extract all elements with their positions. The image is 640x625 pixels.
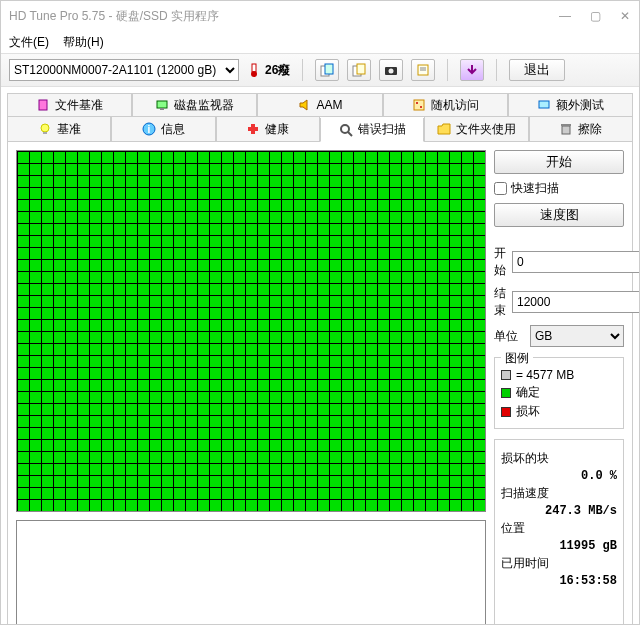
green-swatch xyxy=(501,388,511,398)
stat-elapsed-label: 已用时间 xyxy=(501,555,617,572)
temperature-value: 26癈 xyxy=(265,62,290,79)
svg-point-18 xyxy=(41,124,49,132)
tab-panel-error-scan: 开始 快速扫描 速度图 开始 ▲▼ 结束 ▲▼ 单位 GB xyxy=(7,142,633,625)
svg-point-7 xyxy=(389,69,394,74)
unit-row: 单位 GB xyxy=(494,325,624,347)
svg-point-15 xyxy=(416,102,418,104)
speaker-icon xyxy=(298,98,312,112)
bulb-icon xyxy=(38,122,52,136)
svg-point-24 xyxy=(341,125,349,133)
speed-map-button[interactable]: 速度图 xyxy=(494,203,624,227)
extra-icon xyxy=(537,98,551,112)
tab-label: 额外测试 xyxy=(556,97,604,114)
svg-point-1 xyxy=(251,71,257,77)
tab-benchmark[interactable]: 基准 xyxy=(7,117,111,141)
quick-scan-checkbox[interactable] xyxy=(494,182,507,195)
start-button[interactable]: 开始 xyxy=(494,150,624,174)
titlebar: HD Tune Pro 5.75 - 硬盘/SSD 实用程序 — ▢ ✕ xyxy=(1,1,639,31)
legend-group: 图例 = 4577 MB 确定 损坏 xyxy=(494,357,624,429)
magnifier-icon xyxy=(339,123,353,137)
svg-rect-14 xyxy=(414,100,424,110)
tab-error-scan[interactable]: 错误扫描 xyxy=(320,118,424,142)
tab-label: 错误扫描 xyxy=(358,121,406,138)
stat-speed-label: 扫描速度 xyxy=(501,485,617,502)
unit-select[interactable]: GB xyxy=(530,325,624,347)
maximize-button[interactable]: ▢ xyxy=(589,9,601,23)
end-label: 结束 xyxy=(494,285,506,319)
toolbar: ST12000NM0007-2A1101 (12000 gB) 26癈 退出 xyxy=(1,53,639,87)
stat-position-value: 11995 gB xyxy=(501,539,617,553)
tab-file-benchmark[interactable]: 文件基准 xyxy=(7,93,132,117)
health-icon xyxy=(246,122,260,136)
tab-label: 文件夹使用 xyxy=(456,121,516,138)
window-title: HD Tune Pro 5.75 - 硬盘/SSD 实用程序 xyxy=(9,8,219,25)
legend-title: 图例 xyxy=(501,350,533,367)
tab-label: 擦除 xyxy=(578,121,602,138)
trash-icon xyxy=(559,122,573,136)
menu-help[interactable]: 帮助(H) xyxy=(63,34,104,51)
svg-point-16 xyxy=(420,106,422,108)
legend-block-size-text: = 4577 MB xyxy=(516,368,574,382)
stat-speed-value: 247.3 MB/s xyxy=(501,504,617,518)
quick-scan-row: 快速扫描 xyxy=(494,180,624,197)
device-select[interactable]: ST12000NM0007-2A1101 (12000 gB) xyxy=(9,59,239,81)
tab-label: 随机访问 xyxy=(431,97,479,114)
tab-label: 文件基准 xyxy=(55,97,103,114)
copy-info-button[interactable] xyxy=(315,59,339,81)
tab-folder-usage[interactable]: 文件夹使用 xyxy=(424,117,528,141)
tab-aam[interactable]: AAM xyxy=(257,93,382,117)
separator xyxy=(302,59,303,81)
tab-erase[interactable]: 擦除 xyxy=(529,117,633,141)
gray-swatch xyxy=(501,370,511,380)
stat-elapsed-value: 16:53:58 xyxy=(501,574,617,588)
tab-row-2: 基准 i 信息 健康 错误扫描 文件夹使用 擦除 xyxy=(7,117,633,142)
log-textarea[interactable] xyxy=(16,520,486,625)
tab-health[interactable]: 健康 xyxy=(216,117,320,141)
legend-damaged: 损坏 xyxy=(501,403,617,420)
legend-ok-text: 确定 xyxy=(516,384,540,401)
stat-damaged-label: 损坏的块 xyxy=(501,450,617,467)
tab-label: 健康 xyxy=(265,121,289,138)
legend-block-size: = 4577 MB xyxy=(501,368,617,382)
random-icon xyxy=(412,98,426,112)
right-pane: 开始 快速扫描 速度图 开始 ▲▼ 结束 ▲▼ 单位 GB xyxy=(494,150,624,625)
tab-container: 文件基准 磁盘监视器 AAM 随机访问 额外测试 基准 i 信息 健 xyxy=(1,87,639,142)
svg-rect-19 xyxy=(43,132,47,134)
end-input[interactable] xyxy=(512,291,640,313)
svg-rect-5 xyxy=(357,64,365,74)
tab-disk-monitor[interactable]: 磁盘监视器 xyxy=(132,93,257,117)
scan-grid xyxy=(16,150,486,512)
open-log-button[interactable] xyxy=(411,59,435,81)
quick-scan-label: 快速扫描 xyxy=(511,180,559,197)
svg-rect-11 xyxy=(39,100,47,110)
stat-position-label: 位置 xyxy=(501,520,617,537)
start-row: 开始 ▲▼ xyxy=(494,245,624,279)
tab-label: 磁盘监视器 xyxy=(174,97,234,114)
close-button[interactable]: ✕ xyxy=(619,9,631,23)
svg-line-25 xyxy=(348,132,352,136)
svg-text:i: i xyxy=(148,124,151,135)
file-bench-icon xyxy=(36,98,50,112)
start-input[interactable] xyxy=(512,251,640,273)
tab-info[interactable]: i 信息 xyxy=(111,117,215,141)
info-icon: i xyxy=(142,122,156,136)
screenshot-button[interactable] xyxy=(379,59,403,81)
tab-label: 基准 xyxy=(57,121,81,138)
legend-damaged-text: 损坏 xyxy=(516,403,540,420)
copy-text-button[interactable] xyxy=(347,59,371,81)
svg-rect-0 xyxy=(252,64,256,72)
minimize-button[interactable]: — xyxy=(559,9,571,23)
exit-button[interactable]: 退出 xyxy=(509,59,565,81)
tab-extra-tests[interactable]: 额外测试 xyxy=(508,93,633,117)
tab-random-access[interactable]: 随机访问 xyxy=(383,93,508,117)
menubar: 文件(E) 帮助(H) xyxy=(1,31,639,53)
menu-file[interactable]: 文件(E) xyxy=(9,34,49,51)
legend-ok: 确定 xyxy=(501,384,617,401)
separator xyxy=(447,59,448,81)
svg-rect-27 xyxy=(561,124,571,126)
tab-label: 信息 xyxy=(161,121,185,138)
svg-rect-12 xyxy=(157,101,167,108)
save-button[interactable] xyxy=(460,59,484,81)
tab-label: AAM xyxy=(317,98,343,112)
unit-label: 单位 xyxy=(494,328,524,345)
